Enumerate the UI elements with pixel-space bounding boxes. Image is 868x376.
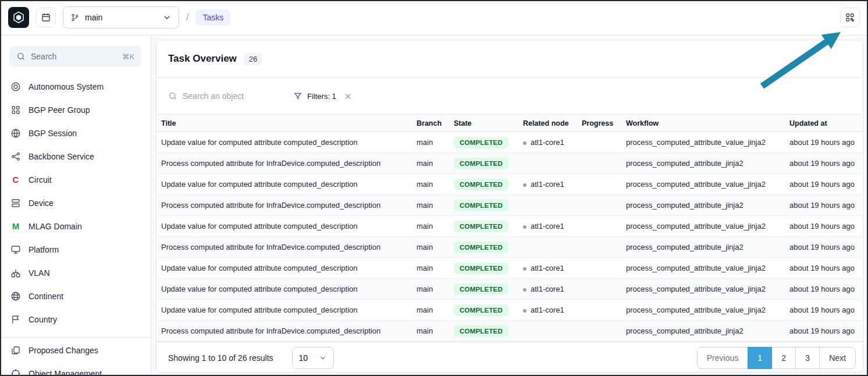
pagination-next[interactable]: Next bbox=[819, 347, 856, 369]
table-row[interactable]: Update value for computed attribute comp… bbox=[156, 279, 863, 300]
cell-progress bbox=[577, 279, 621, 300]
globe-lines-icon bbox=[10, 128, 21, 139]
column-header-state: State bbox=[449, 115, 518, 132]
table-row[interactable]: Update value for computed attribute comp… bbox=[156, 300, 863, 321]
object-search[interactable] bbox=[168, 86, 293, 107]
cell-state: COMPLETED bbox=[449, 279, 518, 300]
sidebar-item-circuit[interactable]: CCircuit bbox=[0, 168, 151, 191]
table-row[interactable]: Process computed attribute for InfraDevi… bbox=[156, 237, 863, 258]
time-travel-button[interactable] bbox=[36, 8, 56, 27]
cell-updated-at: about 19 hours ago bbox=[785, 132, 863, 153]
sidebar-item-label: BGP Session bbox=[29, 129, 77, 138]
sidebar-item-label: Backbone Service bbox=[29, 152, 94, 161]
apps-scan-icon bbox=[845, 12, 855, 23]
table-body: Update value for computed attribute comp… bbox=[156, 132, 863, 342]
page-size-select[interactable]: 10 bbox=[292, 347, 334, 369]
table-row[interactable]: Update value for computed attribute comp… bbox=[156, 216, 863, 237]
calendar-icon bbox=[41, 12, 51, 23]
sidebar-item-label: Circuit bbox=[29, 175, 52, 185]
topbar: main / Tasks bbox=[0, 0, 868, 36]
sidebar-item-object-management[interactable]: Object Management bbox=[0, 362, 151, 376]
table-row[interactable]: Update value for computed attribute comp… bbox=[156, 174, 863, 195]
cell-related-node: atl1-core1 bbox=[518, 300, 577, 321]
cell-progress bbox=[577, 216, 621, 237]
sidebar-item-bgp-session[interactable]: BGP Session bbox=[0, 122, 151, 145]
sidebar-item-continent[interactable]: Continent bbox=[0, 285, 151, 308]
sidebar-item-label: Proposed Changes bbox=[29, 346, 98, 355]
filter-row: Filters: 1 ✕ bbox=[156, 78, 863, 114]
sidebar-item-bgp-peer-group[interactable]: BGP Peer Group bbox=[0, 98, 151, 122]
sidebar-item-mlag-domain[interactable]: MMLAG Domain bbox=[0, 215, 151, 238]
column-header-workflow: Workflow bbox=[621, 115, 785, 132]
sidebar-item-device[interactable]: Device bbox=[0, 191, 151, 215]
node-dot-icon bbox=[523, 267, 527, 271]
sidebar-bottom-nav: Proposed ChangesObject Management bbox=[0, 339, 151, 376]
related-node-label: atl1-core1 bbox=[531, 264, 564, 272]
column-header-branch: Branch bbox=[412, 115, 449, 132]
mlag-domain-letter-icon: M bbox=[10, 221, 21, 232]
table-row[interactable]: Process computed attribute for InfraDevi… bbox=[156, 321, 863, 342]
branch-selector-value: main bbox=[85, 13, 102, 22]
cell-related-node: atl1-core1 bbox=[518, 258, 577, 279]
cell-progress bbox=[577, 195, 621, 216]
node-dot-icon bbox=[523, 225, 527, 229]
sidebar-item-platform[interactable]: Platform bbox=[0, 238, 151, 261]
table-row[interactable]: Update value for computed attribute comp… bbox=[156, 258, 863, 279]
filters-label: Filters: 1 bbox=[307, 92, 336, 101]
cell-updated-at: about 19 hours ago bbox=[785, 174, 863, 195]
sidebar-item-backbone-service[interactable]: Backbone Service bbox=[0, 145, 151, 168]
table-row[interactable]: Update value for computed attribute comp… bbox=[156, 132, 863, 153]
cell-updated-at: about 19 hours ago bbox=[785, 216, 863, 237]
breadcrumb-tasks[interactable]: Tasks bbox=[195, 9, 230, 26]
table-row[interactable]: Process computed attribute for InfraDevi… bbox=[156, 153, 863, 174]
apps-scan-button[interactable] bbox=[840, 8, 860, 27]
object-search-input[interactable] bbox=[183, 91, 284, 101]
cell-updated-at: about 19 hours ago bbox=[785, 237, 863, 258]
cell-progress bbox=[577, 321, 621, 342]
state-badge: COMPLETED bbox=[454, 304, 508, 316]
target-icon bbox=[10, 81, 21, 92]
clear-filters-icon[interactable]: ✕ bbox=[344, 92, 352, 101]
sidebar-item-autonomous-system[interactable]: Autonomous System bbox=[0, 75, 151, 98]
related-node-label: atl1-core1 bbox=[531, 222, 564, 230]
pagination-page-1[interactable]: 1 bbox=[748, 347, 772, 369]
node-dot-icon bbox=[523, 309, 527, 313]
state-badge: COMPLETED bbox=[454, 179, 508, 190]
sidebar-item-proposed-changes[interactable]: Proposed Changes bbox=[0, 339, 151, 362]
cell-progress bbox=[577, 237, 621, 258]
table-row[interactable]: Process computed attribute for InfraDevi… bbox=[156, 195, 863, 216]
cell-branch: main bbox=[412, 300, 449, 321]
monitor-icon bbox=[10, 244, 21, 255]
sidebar-search[interactable]: Search ⌘K bbox=[9, 46, 141, 67]
pagination-page-3[interactable]: 3 bbox=[795, 347, 820, 369]
main-content: Task Overview 26 Filters: 1 ✕ bbox=[151, 36, 868, 376]
pagination-page-2[interactable]: 2 bbox=[771, 347, 796, 369]
cell-branch: main bbox=[412, 237, 449, 258]
cell-state: COMPLETED bbox=[449, 237, 518, 258]
sidebar-item-country[interactable]: Country bbox=[0, 308, 151, 331]
cell-updated-at: about 19 hours ago bbox=[785, 279, 863, 300]
search-shortcut: ⌘K bbox=[122, 52, 134, 61]
filters-button[interactable]: Filters: 1 bbox=[293, 91, 336, 101]
server-icon bbox=[10, 198, 21, 208]
cell-updated-at: about 19 hours ago bbox=[785, 258, 863, 279]
task-count-badge: 26 bbox=[244, 53, 262, 65]
infrahub-logo-icon bbox=[12, 10, 26, 24]
sidebar-search-label: Search bbox=[31, 52, 56, 61]
cell-workflow: process_computed_attribute_value_jinja2 bbox=[621, 132, 785, 153]
tasks-table: TitleBranchStateRelated nodeProgressWork… bbox=[156, 114, 863, 342]
cell-title: Process computed attribute for InfraDevi… bbox=[156, 321, 412, 342]
pagination-previous[interactable]: Previous bbox=[697, 347, 748, 369]
sidebar-item-vlan[interactable]: VLAN bbox=[0, 261, 151, 285]
cell-title: Update value for computed attribute comp… bbox=[156, 279, 412, 300]
cell-title: Process computed attribute for InfraDevi… bbox=[156, 237, 412, 258]
cell-branch: main bbox=[412, 132, 449, 153]
cell-related-node bbox=[518, 237, 577, 258]
app-logo[interactable] bbox=[8, 7, 29, 28]
cell-title: Update value for computed attribute comp… bbox=[156, 258, 412, 279]
globe-icon bbox=[10, 291, 21, 301]
circuit-letter-icon: C bbox=[10, 175, 21, 185]
cell-branch: main bbox=[412, 216, 449, 237]
branch-selector[interactable]: main bbox=[63, 6, 179, 29]
git-branch-icon bbox=[70, 13, 80, 22]
